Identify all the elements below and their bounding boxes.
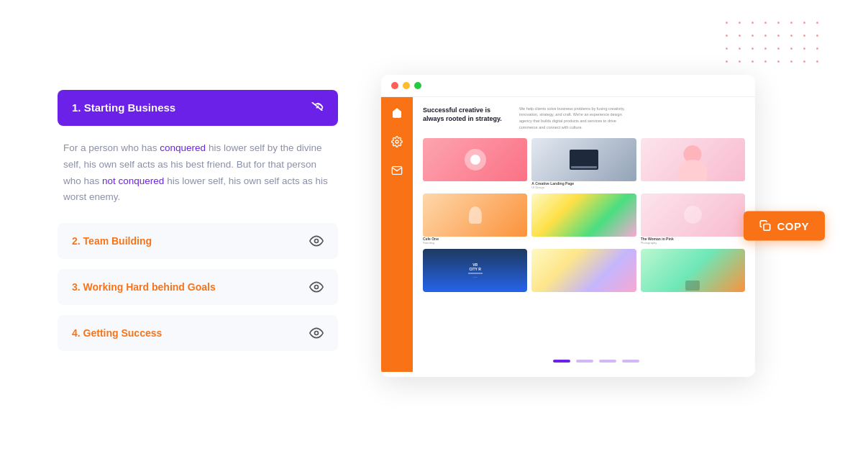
- eye-icon-4: [309, 326, 324, 340]
- portfolio-item-7: VRCITY R ——: [423, 249, 527, 292]
- copy-icon: [759, 220, 771, 232]
- eye-slash-icon: [311, 101, 324, 114]
- page-dot-3: [599, 360, 616, 363]
- svg-point-3: [315, 332, 319, 335]
- site-headline: Successful creative is always rooted in …: [423, 106, 509, 131]
- browser-content: Successful creative is always rooted in …: [381, 97, 755, 372]
- page-dot-1: [553, 360, 570, 363]
- portfolio-grid: A Creative Landing Page UI Design: [423, 138, 745, 292]
- accordion-item-2[interactable]: 2. Team Building: [58, 223, 338, 259]
- copy-button[interactable]: COPY: [744, 211, 825, 240]
- portfolio-cat-4: Branding: [423, 241, 527, 245]
- portfolio-item-3: [641, 138, 745, 189]
- main-container: 1. Starting Business For a person who ha…: [0, 0, 868, 451]
- accordion-title-2: 2. Team Building: [72, 235, 152, 247]
- eye-icon-3: [309, 280, 324, 294]
- accordion-body-text: For a person who has conquered his lower…: [63, 140, 332, 206]
- website-main-content: Successful creative is always rooted in …: [413, 97, 755, 372]
- accordion-item-3[interactable]: 3. Working Hard behind Goals: [58, 269, 338, 305]
- svg-rect-5: [764, 224, 770, 231]
- right-panel: Successful creative is always rooted in …: [381, 75, 810, 377]
- accordion-title-3: 3. Working Hard behind Goals: [72, 281, 216, 293]
- browser-dot-yellow: [403, 82, 410, 89]
- left-panel: 1. Starting Business For a person who ha…: [58, 90, 338, 362]
- site-description: We help clients solve business problems …: [519, 106, 634, 131]
- dot-pattern-decoration: [726, 22, 825, 69]
- portfolio-item-1: [423, 138, 527, 189]
- site-sidebar-nav: [381, 97, 413, 372]
- page-dot-2: [576, 360, 593, 363]
- nav-mail-icon: [390, 163, 404, 178]
- portfolio-item-6: The Woman in Pink Photography: [641, 193, 745, 245]
- site-header: Successful creative is always rooted in …: [423, 106, 745, 131]
- svg-point-4: [396, 140, 398, 143]
- svg-point-2: [315, 286, 319, 289]
- accordion-content: For a person who has conquered his lower…: [58, 126, 338, 224]
- copy-button-label: COPY: [777, 219, 809, 232]
- browser-dot-red: [391, 82, 398, 89]
- portfolio-item-4: Cafe One Branding: [423, 193, 527, 245]
- portfolio-cat-2: UI Design: [531, 186, 636, 189]
- accordion-item-active[interactable]: 1. Starting Business: [58, 90, 338, 126]
- portfolio-item-8: [531, 249, 636, 292]
- browser-dot-green: [414, 82, 421, 89]
- eye-icon-2: [309, 234, 324, 248]
- browser-mockup: Successful creative is always rooted in …: [381, 75, 755, 377]
- accordion-item-4[interactable]: 4. Getting Success: [58, 315, 338, 351]
- pagination-dots: [553, 360, 639, 363]
- portfolio-item-2: A Creative Landing Page UI Design: [531, 138, 636, 189]
- nav-gear-icon: [390, 135, 404, 149]
- portfolio-item-5: [531, 193, 636, 245]
- accordion-title-4: 4. Getting Success: [72, 327, 162, 339]
- page-dot-4: [622, 360, 639, 363]
- browser-bar: [381, 75, 755, 97]
- portfolio-item-9: [641, 249, 745, 292]
- portfolio-cat-6: Photography: [641, 241, 745, 245]
- nav-home-icon: [390, 106, 404, 120]
- svg-point-1: [315, 240, 319, 243]
- active-accordion-title: 1. Starting Business: [72, 101, 175, 114]
